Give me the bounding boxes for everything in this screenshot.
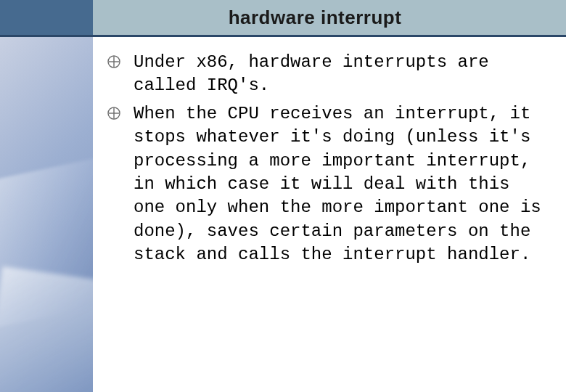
bullet-text: When the CPU receives an interrupt, it s… xyxy=(134,102,546,267)
slide-title: hardware interrupt xyxy=(93,7,566,29)
header-bar: hardware interrupt xyxy=(0,0,566,35)
list-item: When the CPU receives an interrupt, it s… xyxy=(107,102,546,267)
header-corner-block xyxy=(0,0,93,35)
slide: hardware interrupt Under x86, hardware i… xyxy=(0,0,566,392)
content-area: Under x86, hardware interrupts are calle… xyxy=(107,51,546,271)
bullet-text: Under x86, hardware interrupts are calle… xyxy=(134,51,546,98)
left-decoration-image xyxy=(0,37,93,392)
list-item: Under x86, hardware interrupts are calle… xyxy=(107,51,546,98)
bullet-list: Under x86, hardware interrupts are calle… xyxy=(107,51,546,267)
bullet-icon xyxy=(107,107,120,120)
bullet-icon xyxy=(107,55,120,68)
